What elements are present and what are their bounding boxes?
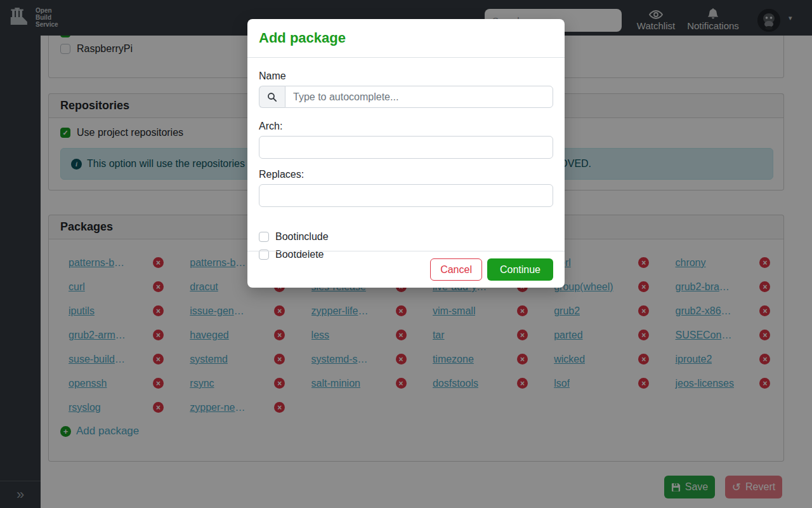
modal-body: Name Arch: Replaces: ✓ Bootinclude ✓ Boo… bbox=[247, 58, 565, 260]
arch-input[interactable] bbox=[259, 136, 553, 159]
modal-title: Add package bbox=[259, 30, 346, 46]
add-package-modal: Add package Name Arch: Replaces: ✓ Booti… bbox=[247, 19, 565, 288]
name-input-group bbox=[259, 86, 553, 108]
bootinclude-checkbox[interactable]: ✓ bbox=[259, 232, 269, 242]
replaces-label: Replaces: bbox=[259, 169, 553, 180]
modal-header: Add package bbox=[247, 19, 565, 58]
package-name-input[interactable] bbox=[285, 86, 553, 108]
name-label: Name bbox=[259, 70, 553, 82]
modal-footer: Cancel Continue bbox=[247, 251, 565, 288]
continue-button[interactable]: Continue bbox=[487, 258, 553, 281]
search-icon bbox=[259, 86, 285, 108]
bootinclude-row: ✓ Bootinclude bbox=[259, 231, 553, 243]
bootinclude-label: Bootinclude bbox=[275, 231, 329, 243]
arch-label: Arch: bbox=[259, 121, 553, 132]
cancel-button[interactable]: Cancel bbox=[430, 258, 482, 281]
replaces-input[interactable] bbox=[259, 184, 553, 207]
